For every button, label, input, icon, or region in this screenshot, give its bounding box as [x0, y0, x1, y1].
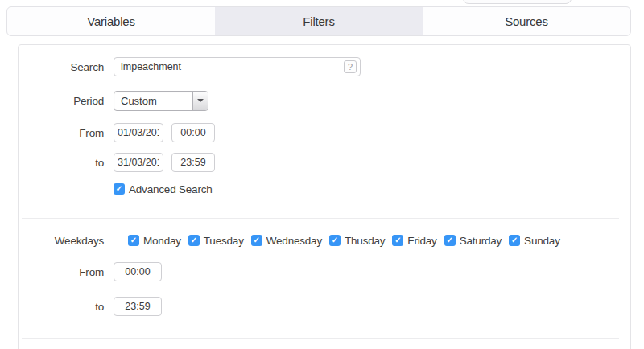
period-select[interactable]: Custom: [114, 91, 208, 111]
partial-top-control[interactable]: [463, 0, 572, 4]
weekday-checkbox-wednesday[interactable]: Wednesday: [251, 235, 322, 247]
checkbox-checked-icon[interactable]: [392, 235, 403, 246]
checkbox-checked-icon[interactable]: [114, 183, 125, 195]
period-selected-value: Custom: [121, 95, 157, 107]
chevron-down-icon[interactable]: [192, 92, 208, 110]
checkbox-checked-icon[interactable]: [509, 235, 520, 246]
weekday-checkbox-tuesday[interactable]: Tuesday: [188, 235, 244, 247]
to-time-input[interactable]: [171, 153, 215, 172]
search-row: Search ?: [19, 57, 630, 76]
section-divider: [22, 338, 619, 339]
from-date-input[interactable]: [114, 123, 163, 142]
from-time-input[interactable]: [171, 123, 215, 142]
time-from-label: From: [19, 266, 104, 278]
tab-sources[interactable]: Sources: [423, 7, 630, 35]
date-to-label: to: [19, 157, 104, 169]
date-from-label: From: [19, 127, 104, 139]
time-to-label: to: [19, 301, 104, 313]
to-date-input[interactable]: [114, 153, 163, 172]
weekday-label: Wednesday: [266, 235, 322, 247]
help-icon[interactable]: ?: [344, 60, 357, 73]
weekday-checkbox-monday[interactable]: Monday: [128, 235, 181, 247]
advanced-search-row: Advanced Search: [19, 179, 630, 199]
tab-filters[interactable]: Filters: [215, 7, 423, 35]
weekday-checkbox-sunday[interactable]: Sunday: [509, 235, 560, 247]
checkbox-checked-icon[interactable]: [188, 235, 200, 246]
checkbox-checked-icon[interactable]: [444, 235, 456, 246]
weekday-to-time-input[interactable]: [114, 297, 162, 316]
weekday-label: Friday: [407, 235, 436, 247]
tab-bar: Variables Filters Sources: [6, 6, 631, 36]
period-label: Period: [19, 95, 104, 107]
advanced-search-checkbox[interactable]: Advanced Search: [114, 183, 213, 195]
weekday-label: Sunday: [524, 235, 560, 247]
weekday-label: Monday: [143, 235, 181, 247]
weekday-checkbox-saturday[interactable]: Saturday: [444, 235, 502, 247]
time-from-row: From: [19, 262, 630, 281]
advanced-search-label: Advanced Search: [129, 183, 213, 195]
period-row: Period Custom: [19, 91, 630, 110]
date-to-row: to: [19, 153, 630, 172]
section-divider: [22, 218, 619, 219]
checkbox-checked-icon[interactable]: [128, 235, 139, 246]
search-label: Search: [19, 61, 104, 73]
checkbox-checked-icon[interactable]: [329, 235, 341, 246]
weekdays-label: Weekdays: [19, 235, 104, 247]
weekday-checkbox-group: Monday Tuesday Wednesday Thusday Friday: [128, 235, 560, 247]
weekday-label: Thusday: [345, 235, 385, 247]
weekday-label: Saturday: [460, 235, 502, 247]
search-input[interactable]: [114, 57, 361, 76]
search-field-wrap: ?: [114, 57, 361, 76]
date-from-row: From: [19, 123, 630, 142]
time-to-row: to: [19, 297, 630, 316]
filters-panel: Search ? Period Custom From to: [18, 44, 631, 349]
weekdays-row: Weekdays Monday Tuesday Wednesday Thusda…: [19, 231, 630, 250]
page: Variables Filters Sources Search ? Perio…: [0, 0, 644, 349]
weekday-checkbox-thusday[interactable]: Thusday: [329, 235, 385, 247]
weekday-checkbox-friday[interactable]: Friday: [392, 235, 436, 247]
tab-variables[interactable]: Variables: [7, 7, 215, 35]
checkbox-checked-icon[interactable]: [251, 235, 262, 246]
weekday-label: Tuesday: [204, 235, 244, 247]
weekday-from-time-input[interactable]: [114, 262, 162, 281]
